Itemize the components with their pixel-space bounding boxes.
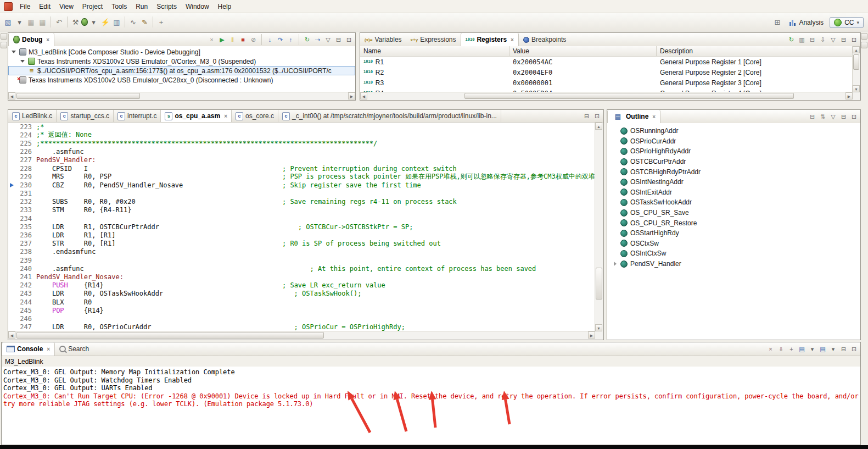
- tab-variables[interactable]: (x)=Variables: [360, 33, 406, 46]
- step-into-icon[interactable]: ↓: [265, 35, 275, 45]
- maximize-icon[interactable]: ⊡: [592, 112, 602, 121]
- registers-v-scrollbar[interactable]: ▲ ▼: [852, 46, 860, 92]
- menu-tools[interactable]: Tools: [107, 1, 131, 12]
- close-icon[interactable]: ×: [511, 37, 514, 43]
- restore-view-icon[interactable]: [861, 33, 867, 40]
- connect-icon[interactable]: ∿: [127, 16, 139, 28]
- code-line[interactable]: 236 LDR R1, [R1]: [8, 231, 595, 239]
- tab-console[interactable]: Console×: [2, 342, 55, 356]
- debug-tree-row[interactable]: Texas Instruments XDS100v2 USB Emulator_…: [8, 57, 355, 66]
- windows-grid-icon[interactable]: ⊞: [771, 16, 783, 28]
- editor-tab-c-int00-at-tmp-scratch-mjoyner-tools-build-arm-product-linux-lib-in[interactable]: c_c_int00() at /tmp/scratch/mjoyner/tool…: [278, 110, 501, 122]
- code-line[interactable]: 246: [8, 314, 595, 323]
- tab-search[interactable]: Search: [55, 342, 93, 356]
- editor-tab-startup-ccs-c[interactable]: cstartup_ccs.c: [57, 110, 114, 122]
- code-line[interactable]: 235 LDR R1, OSTCBCurPtrAddr ; OSTCBCur->…: [8, 223, 595, 231]
- scroll-right-icon[interactable]: ▶: [348, 92, 355, 99]
- minimize-icon[interactable]: ⊟: [582, 112, 591, 121]
- close-icon[interactable]: ×: [652, 114, 656, 120]
- close-icon[interactable]: ×: [47, 346, 50, 352]
- expander-icon[interactable]: [20, 60, 25, 63]
- maximize-icon[interactable]: ⊡: [849, 112, 859, 121]
- code-line[interactable]: 226 .asmfunc: [8, 148, 595, 156]
- expander-icon[interactable]: [614, 262, 617, 266]
- register-row[interactable]: 1010R20x20004EF0General Purpose Register…: [360, 67, 853, 77]
- scrollbar-thumb[interactable]: [16, 332, 324, 339]
- view-menu-icon[interactable]: ▽: [828, 112, 838, 121]
- outline-item[interactable]: OSIntNestingAddr: [607, 177, 860, 187]
- outline-item[interactable]: OS_CPU_SR_Save: [607, 208, 860, 218]
- register-row[interactable]: 1010R10x200054ACGeneral Purpose Register…: [360, 57, 853, 67]
- save-all-icon[interactable]: ▦: [37, 16, 48, 28]
- remove-all-icon[interactable]: ×: [207, 35, 216, 45]
- debug-dropdown-icon[interactable]: ▾: [88, 16, 99, 28]
- code-line[interactable]: 225;************************************…: [8, 139, 595, 147]
- tab-debug[interactable]: Debug ×: [8, 33, 54, 46]
- open-console-dropdown-icon[interactable]: ▾: [828, 345, 838, 354]
- disconnect-icon[interactable]: ⊘: [249, 35, 258, 45]
- scroll-down-icon[interactable]: ▼: [853, 85, 860, 92]
- close-icon[interactable]: ×: [224, 113, 227, 119]
- debug-tree-row[interactable]: ≡$../UCOSII/PORT/os_cpu_a.asm:156:177$()…: [8, 66, 355, 75]
- close-icon[interactable]: ×: [46, 37, 49, 43]
- pin-icon[interactable]: +: [155, 16, 167, 28]
- memory-icon[interactable]: ▥: [111, 16, 122, 28]
- menu-edit[interactable]: Edit: [35, 1, 55, 12]
- code-line[interactable]: 232 SUBS R0, R0, #0x20 ; Save remaining …: [8, 198, 595, 206]
- tab-breakpoints[interactable]: Breakpoints: [519, 33, 570, 46]
- pin-console-icon[interactable]: +: [787, 345, 796, 354]
- minimize-icon[interactable]: ⊟: [839, 345, 848, 354]
- code-line[interactable]: 234: [8, 214, 595, 223]
- undo-icon[interactable]: ↶: [53, 16, 65, 28]
- outline-item[interactable]: OSTCBHighRdyPtrAddr: [607, 167, 860, 177]
- outline-item[interactable]: OSTCBCurPtrAddr: [607, 157, 860, 167]
- scroll-right-icon[interactable]: ▶: [845, 92, 853, 99]
- outline-item[interactable]: OSTaskSwHookAddr: [607, 197, 860, 208]
- collapse-all-icon[interactable]: ⊟: [808, 35, 817, 45]
- outline-item[interactable]: OS_CPU_SR_Restore: [607, 218, 860, 228]
- restore-view-icon[interactable]: [861, 42, 867, 48]
- terminate-icon[interactable]: ■: [238, 35, 248, 45]
- clear-console-icon[interactable]: ×: [766, 345, 775, 354]
- code-line[interactable]: 243 LDR R0, OSTaskSwHookAddr ; OSTaskSwH…: [8, 290, 595, 298]
- editor-tab-ledblink-c[interactable]: cLedBlink.c: [8, 110, 57, 122]
- outline-item[interactable]: OSRunningAddr: [607, 126, 860, 136]
- maximize-icon[interactable]: ⊡: [849, 345, 859, 354]
- debug-h-scrollbar[interactable]: ◀ ▶: [8, 92, 355, 100]
- step-over-icon[interactable]: ↷: [276, 35, 285, 45]
- code-line[interactable]: 224;* 返回值: None: [8, 131, 595, 139]
- outline-item[interactable]: OSCtxSw: [607, 239, 860, 249]
- menu-view[interactable]: View: [55, 1, 78, 12]
- editor-tab-os-cpu-a-asm[interactable]: sos_cpu_a.asm×: [161, 110, 232, 122]
- maximize-icon[interactable]: ⊡: [344, 35, 354, 45]
- code-line[interactable]: 244 BLX R0: [8, 298, 595, 306]
- collapse-all-icon[interactable]: ⊟: [808, 112, 817, 121]
- cc-button[interactable]: CC ▾: [830, 17, 864, 28]
- code-line[interactable]: 231: [8, 190, 595, 198]
- build-icon[interactable]: ⚒: [70, 16, 81, 28]
- pencil-icon[interactable]: ✎: [139, 16, 150, 28]
- code-line[interactable]: 227PendSV_Handler:: [8, 156, 595, 164]
- code-line[interactable]: 228 CPSID I ; Prevent interruption durin…: [8, 164, 595, 173]
- outline-item[interactable]: OSIntExitAddr: [607, 187, 860, 198]
- scrollbar-thumb[interactable]: [853, 54, 859, 70]
- menu-project[interactable]: Project: [78, 1, 107, 12]
- scrollbar-thumb[interactable]: [16, 93, 140, 99]
- code-line[interactable]: 238 .endasmfunc: [8, 248, 595, 256]
- editor-h-scrollbar[interactable]: ◀ ▶: [8, 331, 595, 340]
- editor-tab-os-core-c[interactable]: cos_core.c: [232, 110, 278, 122]
- editor-tab-interrupt-c[interactable]: cinterrupt.c: [114, 110, 161, 122]
- outline-item[interactable]: OSPrioHighRdyAddr: [607, 146, 860, 157]
- minimize-icon[interactable]: ⊟: [839, 112, 848, 121]
- code-line[interactable]: 240 .asmfunc ; At this point, entire con…: [8, 264, 595, 273]
- scroll-up-icon[interactable]: ▲: [595, 123, 602, 130]
- new-dropdown-icon[interactable]: ▾: [14, 16, 25, 28]
- debug-icon[interactable]: [81, 18, 88, 26]
- menu-run[interactable]: Run: [131, 1, 152, 12]
- scroll-left-icon[interactable]: ◀: [360, 92, 367, 99]
- view-menu-icon[interactable]: ▽: [323, 35, 333, 45]
- outline-item[interactable]: PendSV_Handler: [607, 259, 860, 269]
- outline-item[interactable]: OSStartHighRdy: [607, 228, 860, 239]
- scroll-down-icon[interactable]: ▼: [595, 324, 602, 331]
- code-line[interactable]: 247 LDR R0, OSPrioCurAddr ; OSPrioCur = …: [8, 323, 595, 331]
